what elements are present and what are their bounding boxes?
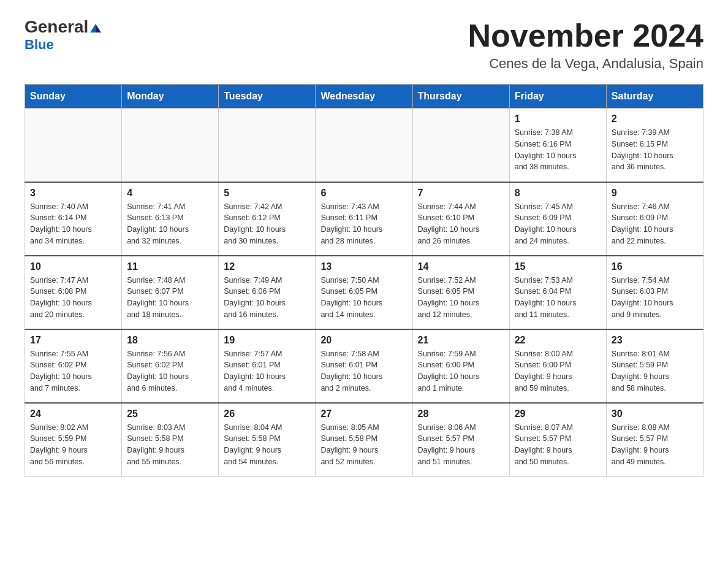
day-info: Sunrise: 7:47 AMSunset: 6:08 PMDaylight:…: [30, 275, 116, 321]
day-info: Sunrise: 8:01 AMSunset: 5:59 PMDaylight:…: [612, 348, 698, 394]
day-info: Sunrise: 7:45 AMSunset: 6:09 PMDaylight:…: [515, 201, 601, 247]
day-number: 1: [515, 113, 601, 124]
day-info: Sunrise: 8:05 AMSunset: 5:58 PMDaylight:…: [320, 422, 407, 468]
weekday-header-friday: Friday: [509, 85, 606, 109]
day-info: Sunrise: 8:07 AMSunset: 5:57 PMDaylight:…: [515, 422, 601, 468]
logo-line1: General: [25, 18, 101, 36]
day-number: 24: [30, 408, 116, 419]
day-cell: 7Sunrise: 7:44 AMSunset: 6:10 PMDaylight…: [412, 182, 509, 256]
day-info: Sunrise: 7:40 AMSunset: 6:14 PMDaylight:…: [30, 201, 116, 247]
day-cell: 9Sunrise: 7:46 AMSunset: 6:09 PMDaylight…: [606, 182, 703, 256]
day-number: 6: [320, 188, 407, 199]
calendar-table: SundayMondayTuesdayWednesdayThursdayFrid…: [25, 84, 703, 477]
day-number: 25: [127, 408, 213, 419]
page-header: General Blue November 2024 Cenes de la V…: [25, 18, 703, 72]
day-info: Sunrise: 8:02 AMSunset: 5:59 PMDaylight:…: [30, 422, 116, 468]
day-info: Sunrise: 7:59 AMSunset: 6:00 PMDaylight:…: [418, 348, 504, 394]
day-cell: 15Sunrise: 7:53 AMSunset: 6:04 PMDayligh…: [509, 256, 606, 329]
day-number: 5: [224, 188, 310, 199]
day-info: Sunrise: 7:43 AMSunset: 6:11 PMDaylight:…: [320, 201, 407, 247]
weekday-header-tuesday: Tuesday: [219, 85, 316, 109]
main-title: November 2024: [468, 18, 703, 53]
day-number: 19: [224, 335, 310, 346]
day-cell: 6Sunrise: 7:43 AMSunset: 6:11 PMDaylight…: [316, 182, 412, 256]
day-number: 26: [224, 408, 310, 419]
day-cell: 17Sunrise: 7:55 AMSunset: 6:02 PMDayligh…: [25, 329, 122, 403]
day-cell: 29Sunrise: 8:07 AMSunset: 5:57 PMDayligh…: [509, 403, 606, 477]
day-cell: 10Sunrise: 7:47 AMSunset: 6:08 PMDayligh…: [25, 256, 122, 329]
day-info: Sunrise: 7:56 AMSunset: 6:02 PMDaylight:…: [127, 348, 213, 394]
logo-line2: Blue: [25, 37, 54, 53]
day-info: Sunrise: 7:41 AMSunset: 6:13 PMDaylight:…: [127, 201, 213, 247]
day-number: 9: [612, 188, 698, 199]
weekday-header-sunday: Sunday: [25, 85, 122, 109]
day-cell: 8Sunrise: 7:45 AMSunset: 6:09 PMDaylight…: [509, 182, 606, 256]
day-info: Sunrise: 7:38 AMSunset: 6:16 PMDaylight:…: [515, 127, 601, 173]
day-number: 4: [127, 188, 213, 199]
day-cell: 22Sunrise: 8:00 AMSunset: 6:00 PMDayligh…: [509, 329, 606, 403]
day-cell: 23Sunrise: 8:01 AMSunset: 5:59 PMDayligh…: [606, 329, 703, 403]
weekday-header-monday: Monday: [122, 85, 219, 109]
day-cell: 20Sunrise: 7:58 AMSunset: 6:01 PMDayligh…: [316, 329, 412, 403]
day-number: 20: [320, 335, 407, 346]
day-cell: 5Sunrise: 7:42 AMSunset: 6:12 PMDaylight…: [219, 182, 316, 256]
day-cell: 3Sunrise: 7:40 AMSunset: 6:14 PMDaylight…: [25, 182, 122, 256]
day-number: 2: [612, 113, 698, 124]
day-cell: 4Sunrise: 7:41 AMSunset: 6:13 PMDaylight…: [122, 182, 219, 256]
day-cell: 25Sunrise: 8:03 AMSunset: 5:58 PMDayligh…: [122, 403, 219, 477]
day-cell: [412, 109, 509, 182]
day-info: Sunrise: 7:46 AMSunset: 6:09 PMDaylight:…: [612, 201, 698, 247]
day-cell: 16Sunrise: 7:54 AMSunset: 6:03 PMDayligh…: [606, 256, 703, 329]
title-area: November 2024 Cenes de la Vega, Andalusi…: [468, 18, 703, 72]
day-cell: 24Sunrise: 8:02 AMSunset: 5:59 PMDayligh…: [25, 403, 122, 477]
day-number: 3: [30, 188, 116, 199]
day-cell: 14Sunrise: 7:52 AMSunset: 6:05 PMDayligh…: [412, 256, 509, 329]
day-info: Sunrise: 8:06 AMSunset: 5:57 PMDaylight:…: [418, 422, 504, 468]
week-row-1: 1Sunrise: 7:38 AMSunset: 6:16 PMDaylight…: [25, 109, 703, 182]
day-cell: 30Sunrise: 8:08 AMSunset: 5:57 PMDayligh…: [606, 403, 703, 477]
day-number: 13: [320, 261, 407, 272]
day-number: 21: [418, 335, 504, 346]
weekday-header-saturday: Saturday: [606, 85, 703, 109]
day-number: 16: [612, 261, 698, 272]
week-row-5: 24Sunrise: 8:02 AMSunset: 5:59 PMDayligh…: [25, 403, 703, 477]
day-number: 30: [612, 408, 698, 419]
day-number: 15: [515, 261, 601, 272]
weekday-header-row: SundayMondayTuesdayWednesdayThursdayFrid…: [25, 85, 703, 109]
day-info: Sunrise: 7:42 AMSunset: 6:12 PMDaylight:…: [224, 201, 310, 247]
day-cell: 26Sunrise: 8:04 AMSunset: 5:58 PMDayligh…: [219, 403, 316, 477]
day-cell: 18Sunrise: 7:56 AMSunset: 6:02 PMDayligh…: [122, 329, 219, 403]
day-cell: 27Sunrise: 8:05 AMSunset: 5:58 PMDayligh…: [316, 403, 412, 477]
day-number: 11: [127, 261, 213, 272]
day-cell: 21Sunrise: 7:59 AMSunset: 6:00 PMDayligh…: [412, 329, 509, 403]
day-info: Sunrise: 8:00 AMSunset: 6:00 PMDaylight:…: [515, 348, 601, 394]
day-number: 10: [30, 261, 116, 272]
day-number: 23: [612, 335, 698, 346]
day-info: Sunrise: 7:50 AMSunset: 6:05 PMDaylight:…: [320, 275, 407, 321]
day-info: Sunrise: 7:54 AMSunset: 6:03 PMDaylight:…: [612, 275, 698, 321]
day-cell: 1Sunrise: 7:38 AMSunset: 6:16 PMDaylight…: [509, 109, 606, 182]
day-info: Sunrise: 7:48 AMSunset: 6:07 PMDaylight:…: [127, 275, 213, 321]
day-info: Sunrise: 8:04 AMSunset: 5:58 PMDaylight:…: [224, 422, 310, 468]
logo: General Blue: [25, 18, 101, 53]
week-row-2: 3Sunrise: 7:40 AMSunset: 6:14 PMDaylight…: [25, 182, 703, 256]
day-cell: [25, 109, 122, 182]
day-number: 12: [224, 261, 310, 272]
day-cell: [122, 109, 219, 182]
weekday-header-thursday: Thursday: [412, 85, 509, 109]
day-info: Sunrise: 7:55 AMSunset: 6:02 PMDaylight:…: [30, 348, 116, 394]
day-cell: 12Sunrise: 7:49 AMSunset: 6:06 PMDayligh…: [219, 256, 316, 329]
week-row-3: 10Sunrise: 7:47 AMSunset: 6:08 PMDayligh…: [25, 256, 703, 329]
day-cell: [316, 109, 412, 182]
day-number: 28: [418, 408, 504, 419]
day-info: Sunrise: 7:53 AMSunset: 6:04 PMDaylight:…: [515, 275, 601, 321]
day-info: Sunrise: 7:58 AMSunset: 6:01 PMDaylight:…: [320, 348, 407, 394]
day-info: Sunrise: 7:52 AMSunset: 6:05 PMDaylight:…: [418, 275, 504, 321]
day-info: Sunrise: 7:44 AMSunset: 6:10 PMDaylight:…: [418, 201, 504, 247]
subtitle: Cenes de la Vega, Andalusia, Spain: [468, 56, 703, 72]
day-number: 7: [418, 188, 504, 199]
day-number: 22: [515, 335, 601, 346]
day-cell: 2Sunrise: 7:39 AMSunset: 6:15 PMDaylight…: [606, 109, 703, 182]
day-cell: 28Sunrise: 8:06 AMSunset: 5:57 PMDayligh…: [412, 403, 509, 477]
day-cell: 11Sunrise: 7:48 AMSunset: 6:07 PMDayligh…: [122, 256, 219, 329]
